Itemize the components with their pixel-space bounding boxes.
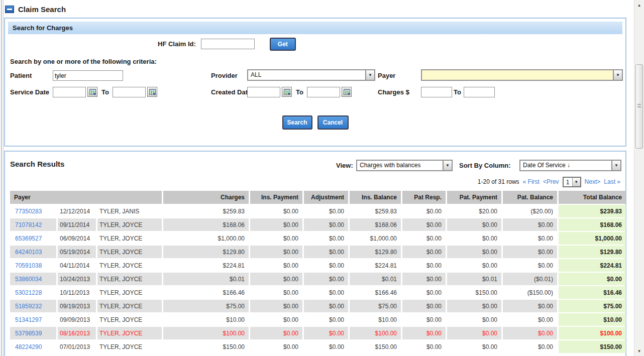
cell-pat-resp: $0.00 — [402, 246, 446, 258]
cell-date: 09/19/2013 — [58, 300, 96, 312]
view-select-value: Charges with balances — [357, 161, 443, 170]
cell-pat-resp: $0.00 — [402, 232, 446, 245]
cell-id[interactable]: 51341297 — [10, 313, 56, 326]
cell-id[interactable]: 64240103 — [10, 246, 56, 258]
cell-ins-balance: $75.00 — [350, 300, 401, 312]
pagination-next-link[interactable]: Next> — [585, 178, 601, 185]
charges-to-input[interactable] — [464, 87, 495, 97]
cell-id[interactable]: 70591038 — [10, 259, 56, 272]
cell-adjustment: $0.00 — [304, 313, 348, 326]
get-button[interactable]: Get — [270, 38, 296, 51]
table-row: 5185923209/19/2013TYLER, JOYCE$75.00$0.0… — [10, 300, 626, 312]
created-date-to-input[interactable] — [307, 87, 340, 97]
header-ins-payment: Ins. Payment — [250, 191, 302, 204]
cell-date: 06/09/2014 — [58, 232, 96, 245]
cell-ins-balance: $224.81 — [350, 259, 401, 272]
table-row: 5386003410/24/2013TYLER, JOYCE$0.01$0.00… — [10, 273, 626, 285]
calendar-icon[interactable] — [147, 87, 157, 97]
cell-name: TYLER, JOYCE — [97, 246, 162, 258]
pagination-last-link[interactable]: Last » — [604, 178, 620, 185]
created-date-to-label: To — [296, 88, 303, 96]
header-ins-balance: Ins. Balance — [350, 191, 401, 204]
cell-name: TYLER, JOYCE — [97, 340, 162, 353]
cell-ins-payment: $0.00 — [250, 205, 302, 217]
vertical-scrollbar[interactable]: ▲ ▼ — [634, 0, 644, 356]
cell-id[interactable]: 53860034 — [10, 273, 56, 285]
cell-adjustment: $0.00 — [304, 205, 348, 217]
table-row: 5302122810/11/2013TYLER, JOYCE$166.46$0.… — [10, 286, 626, 299]
cell-charges: $0.01 — [163, 273, 249, 285]
panel-header-label: Search for Charges — [13, 24, 73, 32]
payer-select[interactable]: ▼ — [421, 69, 623, 81]
charges-label: Charges $ — [378, 88, 409, 96]
cell-total: $224.81 — [559, 259, 626, 272]
scrollbar-grip — [637, 104, 641, 107]
chevron-down-icon: ▼ — [611, 161, 620, 170]
calendar-icon[interactable] — [342, 87, 352, 97]
cell-pat-payment: $150.00 — [447, 286, 501, 299]
cell-pat-balance: $0.00 — [503, 340, 557, 353]
results-title: Search Results — [10, 160, 64, 168]
cell-pat-resp: $0.00 — [402, 313, 446, 326]
cell-id[interactable]: 77350283 — [10, 205, 56, 217]
service-date-label: Service Date — [10, 88, 49, 96]
pagination-first-link[interactable]: « First — [523, 178, 540, 185]
charges-from-input[interactable] — [421, 87, 452, 97]
header-adjustment: Adjustment — [304, 191, 348, 204]
scrollbar-thumb[interactable] — [635, 64, 643, 149]
cancel-button[interactable]: Cancel — [317, 115, 349, 130]
sort-by-column-select[interactable]: Date Of Service ↓ ▼ — [519, 160, 621, 171]
cell-id[interactable]: 53021228 — [10, 286, 56, 299]
cell-total: $0.00 — [559, 273, 626, 285]
service-date-from-input[interactable] — [53, 87, 86, 97]
provider-select[interactable]: ALL ▼ — [247, 69, 375, 81]
cell-date: 04/11/2014 — [58, 259, 96, 272]
cell-pat-resp: $0.00 — [402, 273, 446, 285]
cell-total: $239.83 — [559, 205, 626, 217]
service-date-to-input[interactable] — [113, 87, 146, 97]
pagination-prev-link[interactable]: <Prev — [543, 178, 559, 185]
patient-input[interactable] — [53, 70, 123, 81]
view-select[interactable]: Charges with balances ▼ — [356, 160, 453, 171]
page-title: Claim Search — [18, 5, 66, 14]
view-label: View: — [336, 162, 353, 169]
cell-id[interactable]: 53798539 — [10, 327, 56, 339]
cell-id[interactable]: 71078142 — [10, 218, 56, 231]
cell-pat-resp: $0.00 — [402, 327, 446, 339]
header-pat-balance: Pat. Balance — [503, 191, 557, 204]
payer-select-value — [422, 70, 613, 80]
service-date-to-label: To — [101, 88, 109, 96]
cell-pat-balance: $0.00 — [503, 218, 557, 231]
hf-claim-row: HF Claim Id: Get — [8, 36, 622, 52]
cell-pat-payment: $0.01 — [447, 273, 501, 285]
cell-charges: $75.00 — [163, 300, 249, 312]
table-row: 5379853908/16/2013TYLER, JOYCE$100.00$0.… — [10, 327, 626, 339]
cell-id[interactable]: 65369527 — [10, 232, 56, 245]
created-date-from-input[interactable] — [247, 87, 280, 97]
cell-id[interactable]: 48224290 — [10, 340, 56, 353]
cell-adjustment: $0.00 — [304, 218, 348, 231]
header-total-balance: Total Balance — [559, 191, 626, 204]
hf-claim-id-input[interactable] — [201, 39, 255, 49]
header-charges: Charges — [163, 191, 249, 204]
cell-pat-resp: $0.00 — [402, 286, 446, 299]
page-number-select[interactable]: 1 ▼ — [563, 177, 581, 187]
cell-id[interactable]: 51859232 — [10, 300, 56, 312]
header-pat-payment: Pat. Payment — [447, 191, 501, 204]
search-button[interactable]: Search — [282, 115, 312, 130]
chevron-down-icon: ▼ — [365, 70, 374, 80]
cell-name: TYLER, JOYCE — [97, 232, 162, 245]
scroll-down-icon[interactable]: ▼ — [634, 347, 644, 355]
cell-total: $150.00 — [559, 340, 626, 353]
scroll-up-icon[interactable]: ▲ — [634, 1, 644, 9]
cell-ins-payment: $0.00 — [250, 259, 302, 272]
created-date-label: Created Date — [211, 88, 251, 96]
calendar-icon[interactable] — [282, 87, 292, 97]
hf-claim-id-label: HF Claim Id: — [158, 40, 196, 48]
calendar-icon[interactable] — [87, 87, 97, 97]
cell-charges: $168.06 — [163, 218, 249, 231]
chevron-down-icon: ▼ — [613, 70, 622, 80]
cell-adjustment: $0.00 — [304, 327, 348, 339]
cell-name: TYLER, JOYCE — [97, 259, 162, 272]
cell-pat-balance: $0.00 — [503, 327, 557, 339]
